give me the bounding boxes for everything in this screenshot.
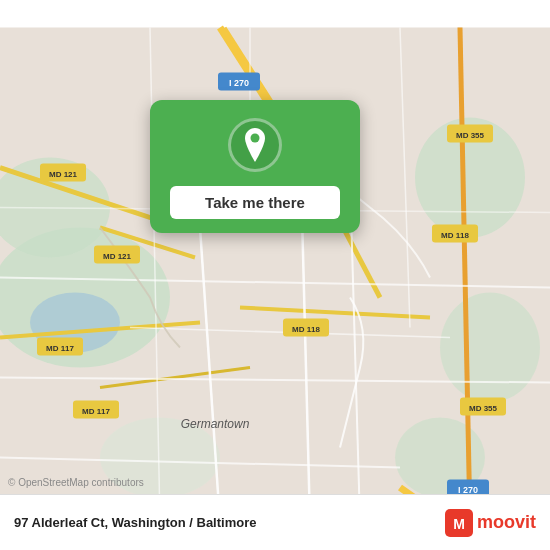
svg-text:MD 121: MD 121 (49, 170, 78, 179)
svg-text:MD 355: MD 355 (469, 404, 498, 413)
svg-text:I 270: I 270 (458, 485, 478, 495)
take-me-there-button[interactable]: Take me there (170, 186, 340, 219)
pin-icon-wrapper (228, 118, 282, 172)
address-text: 97 Alderleaf Ct, Washington / Baltimore (14, 515, 256, 530)
moovit-logo: M moovit (445, 509, 536, 537)
svg-point-51 (251, 134, 260, 143)
location-pin-icon (240, 128, 270, 162)
svg-text:M: M (453, 516, 465, 532)
svg-point-4 (440, 293, 540, 403)
map-container: I 270 MD 121 MD 121 MD 117 MD 117 MD 355… (0, 0, 550, 550)
svg-text:MD 355: MD 355 (456, 131, 485, 140)
svg-text:MD 118: MD 118 (441, 231, 470, 240)
moovit-text: moovit (477, 512, 536, 533)
map-background: I 270 MD 121 MD 121 MD 117 MD 117 MD 355… (0, 0, 550, 550)
address-section: 97 Alderleaf Ct, Washington / Baltimore (14, 515, 256, 530)
location-card: Take me there (150, 100, 360, 233)
copyright-text: © OpenStreetMap contributors (8, 477, 144, 488)
moovit-icon: M (445, 509, 473, 537)
svg-text:MD 117: MD 117 (82, 407, 111, 416)
svg-text:I 270: I 270 (229, 78, 249, 88)
svg-text:MD 121: MD 121 (103, 252, 132, 261)
svg-text:Germantown: Germantown (181, 417, 250, 431)
bottom-bar: 97 Alderleaf Ct, Washington / Baltimore … (0, 494, 550, 550)
svg-text:MD 118: MD 118 (292, 325, 321, 334)
svg-text:MD 117: MD 117 (46, 344, 75, 353)
